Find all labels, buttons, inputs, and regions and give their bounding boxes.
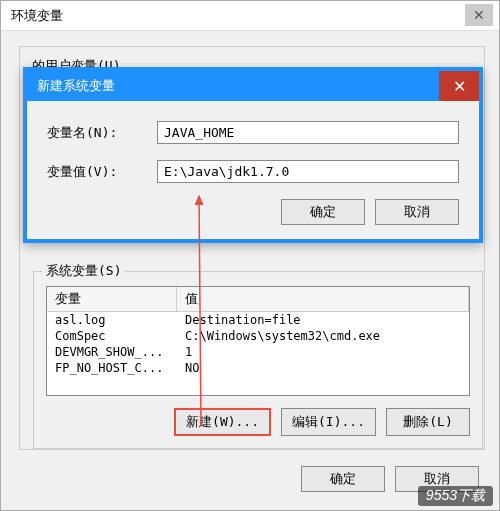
var-value-row: 变量值(V): — [47, 160, 459, 183]
cell-val: C:\Windows\system32\cmd.exe — [177, 328, 469, 344]
dialog-close-button[interactable]: ✕ — [439, 71, 479, 101]
var-name-label: 变量名(N): — [47, 124, 157, 142]
cell-var: DEVMGR_SHOW_... — [47, 344, 177, 360]
cell-var: asl.log — [47, 312, 177, 328]
table-row[interactable]: DEVMGR_SHOW_... 1 — [47, 344, 469, 360]
cell-var: ComSpec — [47, 328, 177, 344]
var-name-row: 变量名(N): — [47, 121, 459, 144]
sysvar-edit-button[interactable]: 编辑(I)... — [281, 408, 376, 436]
dialog-body: 变量名(N): 变量值(V): 确定 取消 — [27, 101, 479, 239]
sysvar-table[interactable]: 变量 值 asl.log Destination=file ComSpec C:… — [46, 286, 470, 396]
watermark: 9553下载 — [418, 486, 493, 506]
dialog-titlebar[interactable]: 新建系统变量 ✕ — [27, 71, 479, 101]
env-close-button[interactable]: ✕ — [465, 4, 493, 26]
var-value-label: 变量值(V): — [47, 163, 157, 181]
sysvar-groupbox: 系统变量(S) 变量 值 asl.log Destination=file Co… — [33, 271, 483, 449]
env-ok-button[interactable]: 确定 — [301, 466, 385, 492]
table-row[interactable]: asl.log Destination=file — [47, 312, 469, 328]
env-window: 环境变量 ✕ 的用户变量(U) 新建系统变量 ✕ 变量名(N): 变量值(V):… — [0, 0, 500, 511]
cell-var: FP_NO_HOST_C... — [47, 360, 177, 376]
env-window-title: 环境变量 — [11, 7, 63, 25]
col-header-variable[interactable]: 变量 — [47, 287, 177, 311]
table-header: 变量 值 — [47, 287, 469, 312]
new-sysvar-dialog: 新建系统变量 ✕ 变量名(N): 变量值(V): 确定 取消 — [23, 67, 483, 243]
var-value-input[interactable] — [157, 160, 459, 183]
close-icon: ✕ — [453, 77, 466, 96]
table-row[interactable]: FP_NO_HOST_C... NO — [47, 360, 469, 376]
sysvar-new-button[interactable]: 新建(W)... — [174, 408, 271, 436]
cell-val: Destination=file — [177, 312, 469, 328]
col-header-value[interactable]: 值 — [177, 287, 469, 311]
sysvar-delete-button[interactable]: 删除(L) — [386, 408, 470, 436]
dialog-cancel-button[interactable]: 取消 — [375, 199, 459, 225]
var-name-input[interactable] — [157, 121, 459, 144]
close-icon: ✕ — [473, 7, 485, 23]
dialog-ok-button[interactable]: 确定 — [281, 199, 365, 225]
table-row[interactable]: ComSpec C:\Windows\system32\cmd.exe — [47, 328, 469, 344]
cell-val: 1 — [177, 344, 469, 360]
env-window-titlebar: 环境变量 — [1, 1, 499, 31]
dialog-button-row: 确定 取消 — [47, 199, 459, 225]
cell-val: NO — [177, 360, 469, 376]
sysvar-button-row: 新建(W)... 编辑(I)... 删除(L) — [46, 408, 470, 436]
dialog-title: 新建系统变量 — [37, 77, 115, 95]
sysvar-legend: 系统变量(S) — [42, 262, 125, 280]
